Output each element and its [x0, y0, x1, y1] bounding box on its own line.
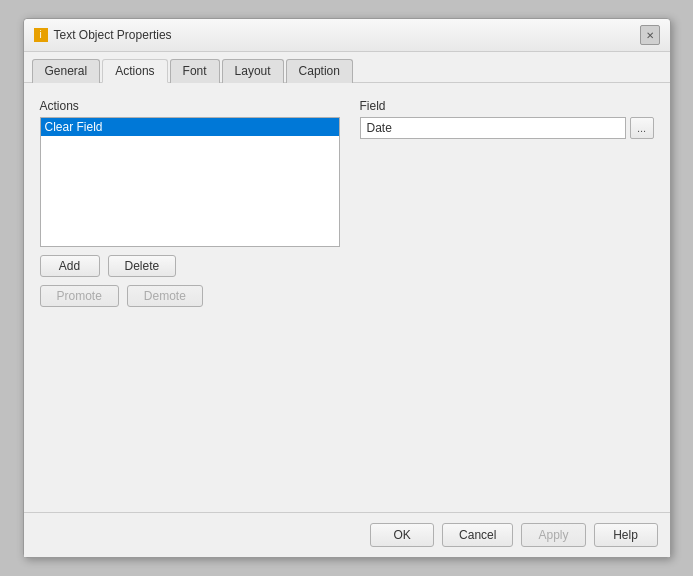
main-section: Actions Clear Field Add Delete Promote D…: [40, 99, 654, 307]
tab-caption[interactable]: Caption: [286, 59, 353, 83]
actions-label: Actions: [40, 99, 340, 113]
apply-button[interactable]: Apply: [521, 523, 585, 547]
footer: OK Cancel Apply Help: [24, 512, 670, 557]
cancel-button[interactable]: Cancel: [442, 523, 513, 547]
ok-button[interactable]: OK: [370, 523, 434, 547]
right-panel: Field ...: [360, 99, 654, 307]
title-bar: i Text Object Properties ✕: [24, 19, 670, 52]
close-button[interactable]: ✕: [640, 25, 660, 45]
demote-button[interactable]: Demote: [127, 285, 203, 307]
title-icon: i: [34, 28, 48, 42]
list-item[interactable]: Clear Field: [41, 118, 339, 136]
dialog-title: Text Object Properties: [54, 28, 172, 42]
help-button[interactable]: Help: [594, 523, 658, 547]
tab-actions[interactable]: Actions: [102, 59, 167, 83]
field-browse-button[interactable]: ...: [630, 117, 654, 139]
action-buttons-row1: Add Delete: [40, 255, 340, 277]
actions-list[interactable]: Clear Field: [40, 117, 340, 247]
tab-font[interactable]: Font: [170, 59, 220, 83]
action-buttons-row2: Promote Demote: [40, 285, 340, 307]
content-spacer: [40, 307, 654, 496]
dialog: i Text Object Properties ✕ General Actio…: [23, 18, 671, 558]
tab-general[interactable]: General: [32, 59, 101, 83]
title-bar-left: i Text Object Properties: [34, 28, 172, 42]
add-button[interactable]: Add: [40, 255, 100, 277]
promote-button[interactable]: Promote: [40, 285, 119, 307]
tab-bar: General Actions Font Layout Caption: [24, 52, 670, 83]
delete-button[interactable]: Delete: [108, 255, 177, 277]
tab-content-actions: Actions Clear Field Add Delete Promote D…: [24, 83, 670, 512]
tab-layout[interactable]: Layout: [222, 59, 284, 83]
field-input[interactable]: [360, 117, 626, 139]
left-panel: Actions Clear Field Add Delete Promote D…: [40, 99, 340, 307]
field-label: Field: [360, 99, 654, 113]
field-row: ...: [360, 117, 654, 139]
